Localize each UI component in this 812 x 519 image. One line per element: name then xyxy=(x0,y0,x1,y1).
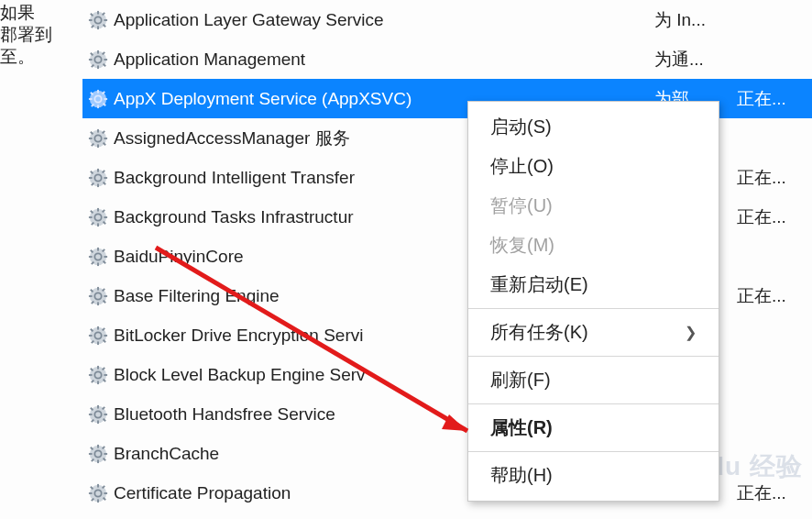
svg-rect-92 xyxy=(97,420,99,424)
menu-separator xyxy=(468,308,719,309)
menu-item: 暂停(U) xyxy=(468,186,719,226)
chevron-right-icon: ❯ xyxy=(685,324,697,341)
service-icon-cell xyxy=(82,404,114,425)
menu-item-label: 所有任务(K) xyxy=(490,320,588,345)
svg-rect-55 xyxy=(97,247,99,250)
service-status: 正在... xyxy=(737,166,812,190)
svg-rect-102 xyxy=(89,453,93,455)
svg-rect-58 xyxy=(104,256,107,258)
svg-rect-21 xyxy=(89,98,93,100)
service-icon-cell xyxy=(82,444,114,464)
svg-rect-94 xyxy=(104,414,107,415)
service-icon-cell xyxy=(82,483,114,503)
svg-rect-28 xyxy=(97,128,99,132)
svg-rect-82 xyxy=(97,365,99,369)
svg-rect-29 xyxy=(97,144,99,148)
menu-item[interactable]: 启动(S) xyxy=(468,107,719,147)
svg-rect-64 xyxy=(97,286,99,290)
service-icon-cell xyxy=(82,128,114,149)
svg-rect-109 xyxy=(97,483,99,487)
svg-rect-67 xyxy=(104,295,107,297)
svg-rect-13 xyxy=(104,59,107,61)
service-icon-cell xyxy=(82,207,114,227)
menu-item-label: 属性(R) xyxy=(490,415,553,440)
menu-separator xyxy=(468,356,719,357)
svg-rect-19 xyxy=(97,89,99,93)
menu-item[interactable]: 属性(R) xyxy=(468,408,719,447)
gear-icon xyxy=(88,247,108,267)
svg-rect-20 xyxy=(97,105,99,108)
svg-rect-65 xyxy=(97,302,99,305)
service-icon-cell xyxy=(82,286,114,306)
gear-icon xyxy=(88,365,108,385)
gear-icon xyxy=(88,326,108,346)
svg-rect-47 xyxy=(97,223,99,226)
menu-item[interactable]: 刷新(F) xyxy=(468,360,719,400)
svg-rect-75 xyxy=(89,335,93,337)
menu-item[interactable]: 帮助(H) xyxy=(468,456,719,495)
menu-item-label: 刷新(F) xyxy=(490,368,551,392)
service-status: 正在... xyxy=(737,87,812,111)
svg-rect-11 xyxy=(97,65,99,69)
svg-rect-10 xyxy=(97,50,99,53)
service-status: 正在... xyxy=(737,481,812,505)
cropped-left-text: 如果 郡署到 至。 xyxy=(0,0,64,68)
context-menu[interactable]: 启动(S)停止(O)暂停(U)恢复(M)重新启动(E)所有任务(K)❯刷新(F)… xyxy=(467,101,719,502)
svg-rect-101 xyxy=(97,459,99,463)
svg-rect-2 xyxy=(97,26,99,29)
svg-rect-40 xyxy=(104,177,107,179)
svg-rect-12 xyxy=(89,59,93,61)
svg-rect-110 xyxy=(97,499,99,502)
service-status: 正在... xyxy=(737,205,812,229)
gear-icon xyxy=(88,207,108,227)
svg-rect-103 xyxy=(104,453,107,455)
service-row[interactable]: Client License Service (ClipSVC) xyxy=(82,513,812,519)
svg-rect-84 xyxy=(89,374,93,376)
svg-rect-83 xyxy=(97,381,99,384)
gear-icon xyxy=(88,286,108,306)
service-row[interactable]: Application Layer Gateway Service 为 In..… xyxy=(82,0,812,39)
menu-item-label: 重新启动(E) xyxy=(490,272,588,297)
service-status: 正在... xyxy=(737,284,812,308)
service-name: Application Management xyxy=(114,50,654,70)
svg-rect-93 xyxy=(89,414,93,415)
menu-separator xyxy=(468,451,719,452)
menu-item[interactable]: 重新启动(E) xyxy=(468,265,719,304)
gear-icon xyxy=(88,168,108,188)
svg-rect-31 xyxy=(104,138,107,139)
menu-item[interactable]: 停止(O) xyxy=(468,147,719,186)
svg-rect-85 xyxy=(104,374,107,376)
service-row[interactable]: Application Management 为通... xyxy=(82,39,812,79)
service-desc: 为 In... xyxy=(654,8,737,32)
svg-rect-100 xyxy=(97,444,99,447)
menu-item[interactable]: 所有任务(K)❯ xyxy=(468,313,719,352)
svg-rect-111 xyxy=(89,492,93,494)
svg-rect-76 xyxy=(104,335,107,337)
menu-separator xyxy=(468,403,719,404)
service-icon-cell xyxy=(82,10,114,30)
svg-rect-49 xyxy=(104,216,107,218)
service-icon-cell xyxy=(82,326,114,346)
menu-item-label: 帮助(H) xyxy=(490,463,553,488)
service-icon-cell xyxy=(82,365,114,385)
service-name: Application Layer Gateway Service xyxy=(114,10,654,30)
gear-icon xyxy=(88,50,108,70)
svg-rect-57 xyxy=(89,256,93,258)
gear-icon xyxy=(88,128,108,149)
svg-rect-74 xyxy=(97,341,99,345)
gear-icon xyxy=(88,10,108,30)
svg-rect-30 xyxy=(89,138,93,139)
svg-rect-66 xyxy=(89,295,93,297)
svg-rect-48 xyxy=(89,216,93,218)
svg-rect-38 xyxy=(97,183,99,187)
svg-rect-91 xyxy=(97,404,99,408)
service-desc: 为通... xyxy=(654,48,737,72)
service-icon-cell xyxy=(82,50,114,70)
svg-rect-56 xyxy=(97,262,99,266)
menu-item-label: 暂停(U) xyxy=(490,193,553,218)
svg-rect-73 xyxy=(97,326,99,329)
service-icon-cell xyxy=(82,168,114,188)
menu-item: 恢复(M) xyxy=(468,226,719,265)
svg-rect-1 xyxy=(97,10,99,14)
menu-item-label: 恢复(M) xyxy=(490,233,554,258)
